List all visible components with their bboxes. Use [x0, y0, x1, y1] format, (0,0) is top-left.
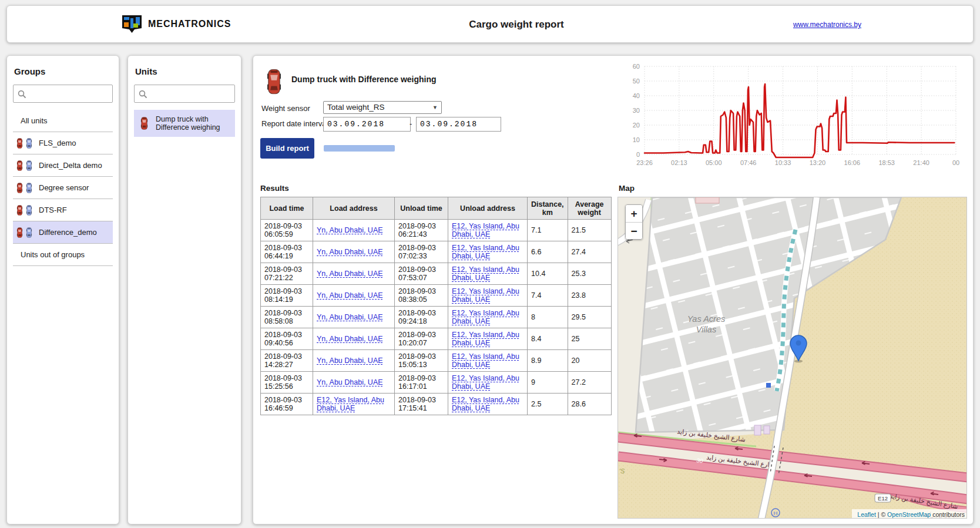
- unload-address-link[interactable]: E12, Yas Island, Abu Dhabi, UAE: [452, 309, 519, 325]
- leaflet-link[interactable]: Leaflet: [857, 511, 876, 518]
- y-axis-tick: 30: [633, 107, 640, 114]
- group-item-label: Direct_Delta demo: [39, 161, 102, 170]
- unload-address-link[interactable]: E12, Yas Island, Abu Dhabi, UAE: [452, 396, 519, 412]
- map-building: [696, 197, 719, 203]
- table-row: 2018-09-03 08:58:08Yn, Abu Dhabi, UAE201…: [261, 307, 612, 328]
- osm-link[interactable]: OpenStreetMap: [887, 511, 931, 518]
- group-item[interactable]: FLS_demo: [13, 132, 113, 154]
- x-axis-tick: 10:33: [775, 159, 791, 166]
- load_address-cell: Yn, Abu Dhabi, UAE: [313, 372, 395, 394]
- y-axis-tick: 10: [633, 136, 640, 143]
- x-axis-tick: 16:06: [844, 159, 861, 166]
- distance-cell: 8.9: [528, 350, 568, 372]
- map-blue-square-marker: [766, 383, 771, 388]
- unload-address-link[interactable]: E12, Yas Island, Abu Dhabi, UAE: [452, 352, 519, 369]
- units-panel: Units Dump truck with Difference weighin…: [127, 55, 241, 524]
- group-item-label: Degree sensor: [39, 183, 89, 192]
- unload_address-cell: E12, Yas Island, Abu Dhabi, UAE: [448, 241, 528, 263]
- load-address-link[interactable]: Yn, Abu Dhabi, UAE: [317, 226, 383, 234]
- progress-bar: [324, 145, 395, 152]
- table-row: 2018-09-03 15:25:56Yn, Abu Dhabi, UAE201…: [261, 372, 612, 394]
- units-search-input[interactable]: [150, 86, 232, 101]
- load_address-cell: Yn, Abu Dhabi, UAE: [313, 241, 395, 263]
- load_address-cell: E12, Yas Island, Abu Dhabi, UAE: [313, 394, 395, 415]
- load-address-link[interactable]: Yn, Abu Dhabi, UAE: [317, 313, 383, 321]
- x-axis-tick: 13:20: [810, 159, 826, 166]
- group-item[interactable]: All units: [13, 110, 113, 132]
- group-item[interactable]: Units out of groups: [13, 244, 113, 266]
- svg-text:Yas Acres: Yas Acres: [687, 314, 725, 324]
- unload_time-cell: 2018-09-03 10:20:07: [395, 328, 448, 350]
- distance-cell: 2.5: [528, 394, 568, 415]
- unload-address-link[interactable]: E12, Yas Island, Abu Dhabi, UAE: [452, 331, 519, 347]
- map-building: [764, 426, 770, 434]
- map-zoom-out-button[interactable]: −: [626, 222, 642, 239]
- unit-item-label: Dump truck with Difference weighing: [156, 115, 231, 132]
- table-row: 2018-09-03 09:40:56Yn, Abu Dhabi, UAE201…: [261, 328, 612, 350]
- search-icon: [18, 90, 26, 99]
- y-axis-tick: 40: [633, 92, 640, 99]
- table-row: 2018-09-03 16:46:59E12, Yas Island, Abu …: [261, 394, 612, 415]
- weight-sensor-select[interactable]: Total weight_RS ▼: [323, 101, 442, 114]
- map[interactable]: شارع الشيخ خليفة بن زايد شارع الشيخ خليف…: [617, 197, 967, 519]
- load_address-cell: Yn, Abu Dhabi, UAE: [313, 307, 395, 328]
- unload-address-link[interactable]: E12, Yas Island, Abu Dhabi, UAE: [452, 374, 519, 391]
- unit-item[interactable]: Dump truck with Difference weighing: [134, 110, 235, 137]
- y-axis-tick: 50: [633, 78, 640, 85]
- site-link[interactable]: www.mechatronics.by: [793, 21, 861, 29]
- weight-chart: 010203040506023:2602:1305:0007:4610:3313…: [606, 60, 965, 169]
- groups-title: Groups: [14, 66, 113, 76]
- groups-search-input[interactable]: [29, 86, 110, 101]
- group-item[interactable]: Degree sensor: [13, 177, 113, 199]
- load-address-link[interactable]: E12, Yas Island, Abu Dhabi, UAE: [317, 396, 384, 412]
- distance-cell: 7.4: [528, 285, 568, 307]
- load_time-cell: 2018-09-03 07:21:22: [261, 263, 313, 285]
- load-address-link[interactable]: Yn, Abu Dhabi, UAE: [317, 291, 383, 300]
- load_address-cell: Yn, Abu Dhabi, UAE: [313, 263, 395, 285]
- load-address-link[interactable]: Yn, Abu Dhabi, UAE: [317, 378, 383, 386]
- unload_time-cell: 2018-09-03 07:53:07: [395, 263, 448, 285]
- load_address-cell: Yn, Abu Dhabi, UAE: [313, 285, 395, 307]
- y-axis-tick: 60: [633, 63, 640, 70]
- weight-cell: 20: [568, 350, 611, 372]
- map-zoom-in-button[interactable]: +: [626, 205, 642, 222]
- column-header: Distance, km: [528, 197, 568, 220]
- load-address-link[interactable]: Yn, Abu Dhabi, UAE: [317, 270, 383, 278]
- unload_time-cell: 2018-09-03 09:24:18: [395, 307, 448, 328]
- route-badge: E12: [875, 494, 891, 502]
- group-item[interactable]: Direct_Delta demo: [13, 154, 113, 177]
- x-axis-tick: 07:46: [740, 159, 757, 166]
- unload-address-link[interactable]: E12, Yas Island, Abu Dhabi, UAE: [452, 287, 519, 304]
- chevron-down-icon: ▼: [432, 105, 438, 110]
- weight-series-line: [645, 84, 954, 157]
- unload_time-cell: 2018-09-03 15:05:13: [395, 350, 448, 372]
- groups-searchbox: [13, 85, 113, 103]
- load_time-cell: 2018-09-03 15:25:56: [261, 372, 313, 394]
- vehicle-pair-icon: [16, 138, 33, 149]
- unload_time-cell: 2018-09-03 07:02:33: [395, 241, 448, 263]
- group-item[interactable]: DTS-RF: [13, 199, 113, 221]
- weight-cell: 25.3: [568, 263, 611, 285]
- logo-text: MECHATRONICS: [148, 19, 231, 29]
- load-address-link[interactable]: Yn, Abu Dhabi, UAE: [317, 357, 383, 365]
- load-address-link[interactable]: Yn, Abu Dhabi, UAE: [317, 248, 383, 256]
- vehicle-pair-icon: [16, 205, 33, 216]
- unload_address-cell: E12, Yas Island, Abu Dhabi, UAE: [448, 328, 528, 350]
- unload-address-link[interactable]: E12, Yas Island, Abu Dhabi, UAE: [452, 244, 519, 260]
- table-row: 2018-09-03 14:28:27Yn, Abu Dhabi, UAE201…: [261, 350, 612, 372]
- weight-sensor-label: Weight sensor: [261, 104, 310, 113]
- unload-address-link[interactable]: E12, Yas Island, Abu Dhabi, UAE: [452, 265, 519, 282]
- report-panel: Dump truck with Difference weighing Weig…: [253, 55, 974, 524]
- unload-address-link[interactable]: E12, Yas Island, Abu Dhabi, UAE: [452, 222, 519, 238]
- date-from-input[interactable]: [323, 117, 411, 132]
- logo: MECHATRONICS: [121, 14, 231, 33]
- unload_address-cell: E12, Yas Island, Abu Dhabi, UAE: [448, 285, 528, 307]
- load-address-link[interactable]: Yn, Abu Dhabi, UAE: [317, 335, 383, 343]
- unload_address-cell: E12, Yas Island, Abu Dhabi, UAE: [448, 220, 528, 241]
- group-item[interactable]: Difference_demo: [13, 221, 113, 244]
- date-to-input[interactable]: [416, 117, 501, 132]
- build-report-button[interactable]: Build report: [260, 138, 314, 159]
- weight-cell: 25: [568, 328, 611, 350]
- weight-sensor-value: Total weight_RS: [327, 103, 385, 112]
- load_address-cell: Yn, Abu Dhabi, UAE: [313, 350, 395, 372]
